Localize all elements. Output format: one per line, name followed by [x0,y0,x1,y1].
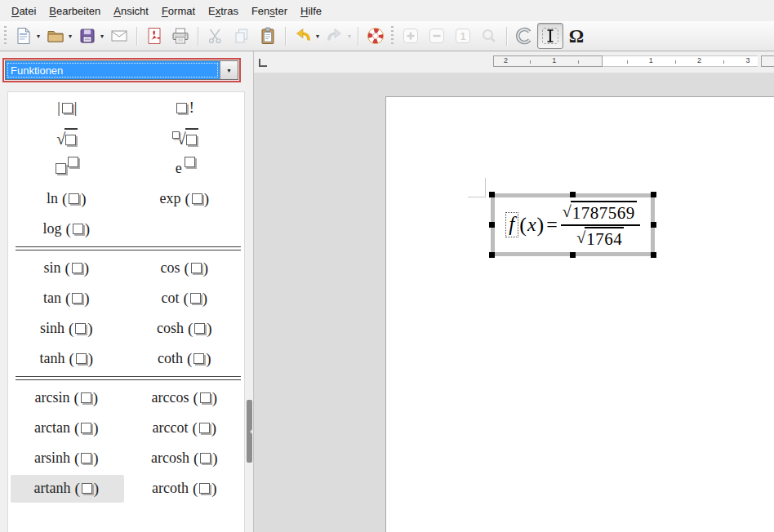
zoom-out-button [424,23,450,49]
category-dropdown-value: Funktionen [6,61,220,79]
menu-datei[interactable]: Datei [5,2,42,20]
refresh-view-button[interactable] [511,23,537,49]
formula-numerator: √ 1787569 [561,201,640,225]
folder-icon [47,27,64,45]
resize-handle-top-center[interactable] [570,192,576,197]
ruler-tick [675,60,676,64]
category-dropdown[interactable]: Funktionen ▼ [5,60,238,80]
resize-handle-middle-right[interactable] [651,222,656,228]
symbols-catalog-button[interactable]: Ω [563,23,589,49]
formula-object[interactable]: f ( x ) = √ 1787569 √ 1764 [491,193,655,256]
send-email-button[interactable] [106,23,132,49]
open-document-button[interactable] [42,23,69,49]
menu-ansicht[interactable]: Ansicht [107,2,155,20]
page[interactable] [385,96,774,532]
ruler-number: 1 [649,57,653,64]
function-hyperbolic-cosine[interactable]: cosh() [129,315,242,343]
refresh-icon [514,26,534,46]
placeholder-icon [65,135,76,145]
function-area-hyperbolic-sine[interactable]: arsinh() [11,445,124,472]
function-cosine[interactable]: cos() [129,255,242,282]
menu-hilfe[interactable]: Hilfe [294,2,328,20]
function-logarithm[interactable]: log() [11,215,124,243]
function-arccotangent[interactable]: arccot() [129,415,242,442]
resize-handle-top-left[interactable] [489,192,495,197]
function-exponential-e[interactable]: e [129,155,242,183]
open-document-dropdown-arrow[interactable]: ▾ [69,33,72,40]
toolbar-drag-handle[interactable] [4,26,7,47]
function-factorial[interactable]: ! [129,95,242,122]
zoom-100-button: 1 [450,23,476,49]
function-area-hyperbolic-cotangent[interactable]: arcoth() [129,475,242,503]
ruler-number: 2 [504,57,508,64]
menu-format[interactable]: Format [155,2,202,20]
horizontal-ruler[interactable]: 21123 [254,55,774,70]
menu-extras[interactable]: Extras [202,2,245,20]
resize-handle-bottom-center[interactable] [570,252,576,258]
function-hyperbolic-sine[interactable]: sinh() [11,315,124,343]
toolbar-drag-handle[interactable] [391,26,394,47]
zoom-minus-icon [427,26,447,46]
function-arccosine[interactable]: arccos() [129,384,242,412]
placeholder-icon [76,353,87,364]
function-nth-root[interactable]: √ [129,125,242,153]
zoom-plus-icon [401,26,420,46]
placeholder-icon [194,353,204,364]
save-document-dropdown-arrow[interactable]: ▾ [100,33,104,40]
redo-dropdown-arrow: ▾ [348,33,351,40]
function-cotangent[interactable]: cot() [129,285,242,313]
function-row: log() [8,214,244,244]
formula-fraction: √ 1787569 √ 1764 [561,201,640,248]
menubar: DateiBearbeitenAnsichtFormatExtrasFenste… [0,0,774,21]
annotation-red-box: Funktionen ▼ [2,58,241,82]
redo-button [322,23,348,49]
text-boundary-vertical [485,178,486,197]
dropdown-arrow-button[interactable]: ▼ [220,61,238,79]
function-arcsine[interactable]: arcsin() [11,384,124,412]
menu-bearbeiten[interactable]: Bearbeiten [42,2,107,20]
function-area-hyperbolic-cosine[interactable]: arcosh() [129,445,242,472]
resize-handle-top-right[interactable] [651,192,656,197]
undo-button[interactable] [290,23,316,49]
function-tangent[interactable]: tan() [11,285,124,313]
function-hyperbolic-cotangent[interactable]: coth() [129,345,242,373]
function-sine[interactable]: sin() [11,255,124,282]
undo-dropdown-arrow[interactable]: ▾ [316,33,319,40]
document-area: 21123 f ( x ) = √ 1787569 [253,51,774,532]
placeholder-icon [172,131,180,139]
formula-cursor-button[interactable] [537,23,563,49]
chevron-down-icon: ▼ [226,68,232,73]
function-row: sinh()cosh() [8,313,244,344]
function-power[interactable] [11,155,124,183]
tab-stop-selector-icon[interactable] [259,59,267,67]
function-row: ln()exp() [8,184,244,214]
function-arctangent[interactable]: arctan() [11,415,124,442]
resize-handle-bottom-right[interactable] [651,252,656,258]
function-absolute-value[interactable]: || [11,95,124,122]
resize-handle-bottom-left[interactable] [489,252,495,258]
help-button[interactable] [363,23,389,49]
denominator-value: 1764 [585,227,624,249]
splitter-thumb[interactable] [247,400,252,463]
save-document-button[interactable] [74,23,100,49]
new-document-dropdown-arrow[interactable]: ▾ [37,33,40,40]
print-button[interactable] [167,23,194,49]
new-document-button[interactable] [11,23,37,49]
function-area-hyperbolic-tangent[interactable]: artanh() [11,475,124,503]
function-exponential-function[interactable]: exp() [129,185,242,213]
toolbar: ▾▾▾▾▾1Ω [0,21,774,51]
clipboard-icon [259,27,277,45]
ruler-tick [578,60,579,64]
ruler-number: 1 [552,57,556,64]
placeholder-icon [82,483,92,494]
export-pdf-button[interactable] [141,23,167,49]
menu-fenster[interactable]: Fenster [245,2,294,20]
formula-open-paren: ( [519,215,527,236]
placeholder-icon [62,103,73,113]
function-square-root[interactable]: √ [11,125,124,153]
paste-button[interactable] [255,23,281,49]
placeholder-icon [176,103,187,113]
function-hyperbolic-tangent[interactable]: tanh() [11,345,124,373]
resize-handle-middle-left[interactable] [489,222,495,228]
function-natural-logarithm[interactable]: ln() [11,185,124,213]
